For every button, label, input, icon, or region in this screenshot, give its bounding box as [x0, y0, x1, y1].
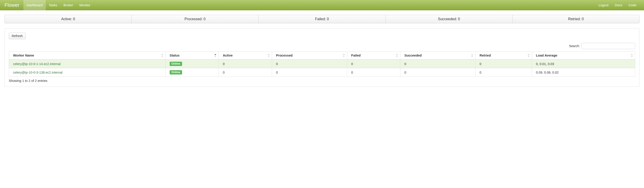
- nav-monitor[interactable]: Monitor: [76, 0, 94, 10]
- nav-left: Dashboard Tasks Broker Monitor: [24, 0, 94, 10]
- col-active[interactable]: Active: [219, 52, 272, 60]
- table-row: celery@ip-10-0-3-138.ec2.internal Online…: [9, 68, 635, 77]
- status-badge: Online: [170, 62, 182, 66]
- cell-processed: 0: [272, 68, 347, 77]
- search-input[interactable]: [581, 43, 635, 49]
- sort-icon: [471, 54, 474, 57]
- col-worker-name-label: Worker Name: [13, 54, 34, 57]
- stat-processed[interactable]: Processed: 0: [132, 15, 258, 23]
- sort-icon: [268, 54, 270, 57]
- nav-tasks[interactable]: Tasks: [46, 0, 60, 10]
- col-succeeded-label: Succeeded: [404, 54, 422, 57]
- col-failed-label: Failed: [351, 54, 361, 57]
- stat-succeeded[interactable]: Succeeded: 0: [386, 15, 512, 23]
- brand-link[interactable]: Flower: [4, 0, 24, 10]
- navbar: Flower Dashboard Tasks Broker Monitor Lo…: [0, 0, 644, 10]
- status-badge: Online: [170, 70, 182, 75]
- col-status[interactable]: Status: [166, 52, 219, 60]
- stat-failed[interactable]: Failed: 0: [258, 15, 386, 23]
- cell-processed: 0: [272, 59, 347, 68]
- col-retried-label: Retried: [480, 54, 491, 57]
- refresh-button[interactable]: Refresh: [9, 32, 26, 39]
- col-retried[interactable]: Retried: [476, 52, 532, 60]
- sort-icon: [528, 54, 530, 57]
- cell-succeeded: 0: [400, 68, 476, 77]
- workers-table: Worker Name Status Active Processed: [9, 51, 635, 77]
- nav-logout[interactable]: Logout: [596, 0, 612, 10]
- search-label: Search:: [569, 44, 580, 48]
- cell-active: 0: [219, 59, 272, 68]
- sort-icon: [396, 54, 398, 57]
- cell-failed: 0: [347, 68, 400, 77]
- col-succeeded[interactable]: Succeeded: [400, 52, 476, 60]
- col-failed[interactable]: Failed: [347, 52, 400, 60]
- cell-succeeded: 0: [400, 59, 476, 68]
- sort-icon: [343, 54, 345, 57]
- col-active-label: Active: [223, 54, 233, 57]
- col-load-average-label: Load Average: [536, 54, 557, 57]
- col-status-label: Status: [170, 54, 180, 57]
- col-processed-label: Processed: [276, 54, 292, 57]
- workers-panel: Refresh Search: Worker Name Status Ac: [4, 28, 640, 87]
- cell-load-average: 0.09, 0.06, 0.02: [532, 68, 635, 77]
- stats-button-group: Active: 0 Processed: 0 Failed: 0 Succeed…: [4, 15, 640, 23]
- cell-retried: 0: [476, 68, 532, 77]
- worker-name-link[interactable]: celery@ip-10-0-1-14.ec2.internal: [13, 62, 60, 66]
- search-row: Search:: [9, 43, 635, 49]
- nav-dashboard[interactable]: Dashboard: [24, 0, 46, 10]
- sort-icon: [214, 54, 217, 57]
- main-container: Active: 0 Processed: 0 Failed: 0 Succeed…: [0, 10, 644, 91]
- worker-name-link[interactable]: celery@ip-10-0-3-138.ec2.internal: [13, 71, 62, 74]
- sort-icon: [631, 54, 633, 57]
- cell-active: 0: [219, 68, 272, 77]
- table-info: Showing 1 to 2 of 2 entries: [9, 77, 635, 83]
- sort-icon: [161, 54, 164, 57]
- nav-broker[interactable]: Broker: [60, 0, 76, 10]
- cell-retried: 0: [476, 59, 532, 68]
- nav-docs[interactable]: Docs: [612, 0, 625, 10]
- cell-failed: 0: [347, 59, 400, 68]
- col-worker-name[interactable]: Worker Name: [9, 52, 166, 60]
- stat-active[interactable]: Active: 0: [4, 15, 132, 23]
- col-load-average[interactable]: Load Average: [532, 52, 635, 60]
- cell-load-average: 0, 0.01, 0.03: [532, 59, 635, 68]
- table-row: celery@ip-10-0-1-14.ec2.internal Online …: [9, 59, 635, 68]
- nav-code[interactable]: Code: [625, 0, 640, 10]
- stat-retried[interactable]: Retried: 0: [512, 15, 640, 23]
- col-processed[interactable]: Processed: [272, 52, 347, 60]
- nav-right: Logout Docs Code: [596, 0, 640, 10]
